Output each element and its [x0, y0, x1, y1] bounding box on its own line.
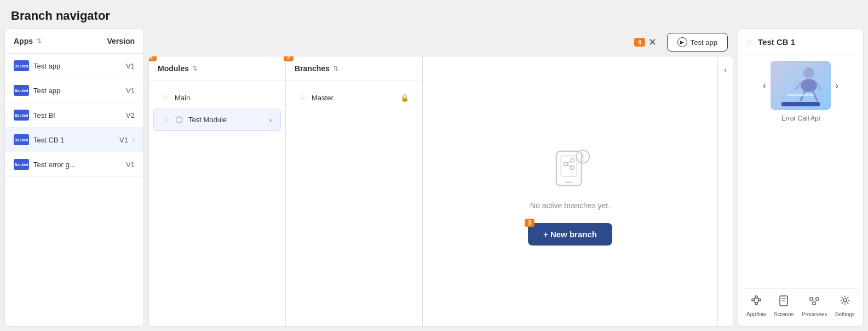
module-name: Main [175, 94, 272, 102]
toolbar-row: 4 ✕ ▶ Test app [148, 28, 733, 56]
apps-sort-icon[interactable]: ⇅ [36, 37, 42, 45]
svg-rect-22 [755, 303, 757, 305]
module-name: Test Module [188, 116, 264, 124]
branch-item-master[interactable]: ☆ Master 🔒 [290, 88, 418, 107]
processes-icon [808, 294, 820, 309]
chevron-left-icon: ‹ [724, 65, 727, 74]
app-name: Test app [33, 87, 122, 95]
branches-list: ☆ Master 🔒 [286, 81, 422, 326]
close-button[interactable]: ✕ [644, 33, 662, 51]
columns-row: 1 Modules ⇅ ☆ Main ☆ ⬡ Test Module [148, 56, 733, 327]
right-panel-header: ☆ Test CB 1 [738, 29, 863, 55]
branches-badge: 2 [284, 56, 294, 61]
app-item[interactable]: Backed Test app V1 [5, 78, 143, 103]
module-item-main[interactable]: ☆ Main [153, 88, 281, 107]
branches-title: Branches [295, 64, 330, 73]
star-icon[interactable]: ☆ [162, 93, 169, 102]
preview-error-label: Error Call Api [781, 115, 820, 122]
right-panel-body: ‹ [738, 55, 863, 326]
cube-icon: ⬡ [175, 115, 183, 125]
svg-rect-2 [565, 181, 573, 183]
screens-label: Screens [774, 311, 794, 317]
app-logo: Backed [14, 60, 29, 71]
branches-sort-icon[interactable]: ⇅ [333, 65, 338, 72]
app-logo: Backed [14, 134, 29, 145]
app-name: Test error g... [33, 161, 122, 169]
svg-rect-20 [752, 299, 754, 301]
app-logo: Backed [14, 85, 29, 96]
modules-col-header: 1 Modules ⇅ [149, 56, 285, 81]
right-nav: Appflow Screens [743, 288, 859, 321]
settings-icon [839, 294, 851, 309]
modules-title: Modules [158, 64, 189, 73]
star-icon[interactable]: ☆ [299, 93, 306, 102]
svg-rect-0 [556, 151, 582, 186]
branches-column: 2 Branches ⇅ ☆ Master 🔒 [286, 56, 423, 326]
svg-point-10 [582, 160, 584, 162]
new-branch-badge: 3 [525, 219, 534, 227]
test-app-button[interactable]: ▶ Test app [667, 33, 728, 52]
module-item-test[interactable]: ☆ ⬡ Test Module › [153, 109, 281, 131]
app-version: V1 [119, 136, 128, 144]
app-item[interactable]: Backed Test app V1 [5, 54, 143, 78]
preview-illustration [771, 61, 831, 110]
svg-line-7 [567, 165, 571, 166]
svg-point-5 [571, 166, 574, 169]
svg-rect-33 [813, 302, 815, 305]
nav-processes[interactable]: Processes [802, 294, 827, 317]
nav-settings[interactable]: Settings [835, 294, 855, 317]
nav-screens[interactable]: Screens [774, 294, 794, 317]
modules-column: 1 Modules ⇅ ☆ Main ☆ ⬡ Test Module [149, 56, 286, 326]
empty-state-column: No active branches yet. 3 + New branch [423, 56, 717, 326]
svg-point-36 [843, 299, 847, 302]
svg-line-27 [757, 300, 758, 304]
svg-line-6 [567, 162, 571, 163]
app-name: Test app [33, 62, 122, 70]
branch-name: Master [312, 94, 395, 102]
app-item[interactable]: Backed Test error g... V1 [5, 152, 143, 177]
svg-line-26 [757, 297, 758, 300]
preview-carousel: ‹ [743, 61, 859, 110]
collapse-button[interactable]: ‹ [717, 56, 733, 326]
appflow-label: Appflow [746, 311, 766, 317]
nav-appflow[interactable]: Appflow [746, 294, 766, 317]
appflow-icon [750, 294, 762, 309]
app-version: V2 [126, 111, 135, 119]
right-panel-title: Test CB 1 [758, 37, 795, 47]
app-name: Test BI [33, 111, 122, 119]
svg-rect-18 [781, 102, 820, 106]
star-icon[interactable]: ☆ [163, 116, 170, 124]
screens-icon [778, 294, 790, 309]
favorite-star-icon[interactable]: ☆ [746, 37, 754, 47]
app-list: Backed Test app V1 Backed Test app V1 Ba… [5, 54, 143, 326]
svg-rect-23 [758, 299, 761, 301]
carousel-prev-button[interactable]: ‹ [761, 78, 768, 94]
carousel-next-button[interactable]: › [833, 78, 841, 94]
svg-point-13 [801, 79, 817, 92]
svg-line-25 [754, 300, 755, 304]
empty-illustration [543, 138, 597, 192]
modules-badge: 1 [148, 56, 157, 61]
close-icon: ✕ [648, 36, 657, 48]
modules-sort-icon[interactable]: ⇅ [192, 65, 198, 72]
app-item[interactable]: Backed Test BI V2 [5, 103, 143, 128]
apps-panel-header: Apps ⇅ Version [5, 29, 143, 54]
svg-rect-32 [816, 298, 819, 300]
svg-point-4 [571, 158, 574, 162]
apps-col-header: Apps [14, 37, 33, 45]
new-branch-label: + New branch [543, 230, 597, 239]
right-panel: ☆ Test CB 1 ‹ [738, 28, 864, 327]
svg-line-24 [754, 297, 755, 300]
app-logo: Backed [14, 110, 29, 121]
version-col-header: Version [107, 37, 135, 45]
app-item-selected[interactable]: Backed Test CB 1 V1 › [5, 128, 143, 152]
app-version: V1 [126, 62, 135, 70]
svg-point-3 [564, 162, 567, 166]
svg-rect-19 [787, 94, 814, 96]
new-branch-button[interactable]: 3 + New branch [528, 223, 612, 246]
app-logo: Backed [14, 159, 29, 170]
play-icon: ▶ [677, 37, 687, 47]
apps-panel: Apps ⇅ Version Backed Test app V1 Backed… [4, 28, 144, 327]
middle-section: 4 ✕ ▶ Test app 1 Modules ⇅ [148, 28, 733, 327]
test-app-label: Test app [691, 38, 717, 47]
